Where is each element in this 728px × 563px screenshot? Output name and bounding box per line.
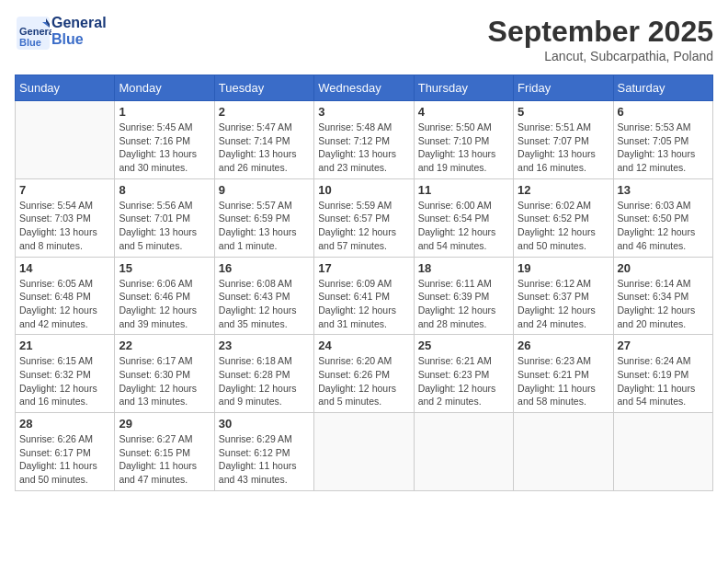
weekday-header-sunday: Sunday (16, 75, 115, 101)
day-detail: Sunrise: 6:15 AMSunset: 6:32 PMDaylight:… (19, 354, 110, 408)
day-detail: Sunrise: 5:59 AMSunset: 6:57 PMDaylight:… (318, 199, 409, 253)
day-detail: Sunrise: 6:06 AMSunset: 6:46 PMDaylight:… (119, 277, 210, 331)
day-detail: Sunrise: 6:20 AMSunset: 6:26 PMDaylight:… (318, 354, 409, 408)
day-number: 29 (119, 417, 210, 431)
svg-text:General: General (19, 26, 51, 37)
page-header: General Blue General Blue September 2025… (15, 15, 713, 63)
calendar-cell: 7Sunrise: 5:54 AMSunset: 7:03 PMDaylight… (16, 178, 115, 257)
day-detail: Sunrise: 6:05 AMSunset: 6:48 PMDaylight:… (19, 277, 110, 331)
day-detail: Sunrise: 5:45 AMSunset: 7:16 PMDaylight:… (119, 121, 210, 175)
day-number: 6 (618, 105, 709, 119)
svg-text:Blue: Blue (19, 37, 41, 48)
day-number: 19 (518, 261, 609, 275)
title-block: September 2025 Lancut, Subcarpathia, Pol… (488, 15, 713, 63)
day-detail: Sunrise: 6:12 AMSunset: 6:37 PMDaylight:… (518, 277, 609, 331)
day-detail: Sunrise: 5:57 AMSunset: 6:59 PMDaylight:… (219, 199, 310, 253)
logo-text: General Blue (51, 15, 107, 47)
day-number: 30 (219, 417, 310, 431)
calendar-cell: 28Sunrise: 6:26 AMSunset: 6:17 PMDayligh… (16, 413, 115, 491)
day-detail: Sunrise: 5:53 AMSunset: 7:05 PMDaylight:… (618, 121, 709, 175)
calendar-cell: 24Sunrise: 6:20 AMSunset: 6:26 PMDayligh… (314, 335, 414, 413)
day-detail: Sunrise: 5:56 AMSunset: 7:01 PMDaylight:… (119, 199, 210, 253)
day-number: 8 (119, 183, 210, 197)
calendar-cell: 30Sunrise: 6:29 AMSunset: 6:12 PMDayligh… (214, 413, 313, 491)
logo: General Blue General Blue (15, 15, 107, 48)
day-number: 12 (518, 183, 609, 197)
day-detail: Sunrise: 6:02 AMSunset: 6:52 PMDaylight:… (518, 199, 609, 253)
calendar-cell: 15Sunrise: 6:06 AMSunset: 6:46 PMDayligh… (115, 257, 214, 335)
calendar-cell: 11Sunrise: 6:00 AMSunset: 6:54 PMDayligh… (414, 178, 513, 257)
day-detail: Sunrise: 5:50 AMSunset: 7:10 PMDaylight:… (418, 121, 509, 175)
calendar-cell: 8Sunrise: 5:56 AMSunset: 7:01 PMDaylight… (115, 178, 214, 257)
weekday-header-friday: Friday (514, 75, 613, 101)
calendar-table: SundayMondayTuesdayWednesdayThursdayFrid… (15, 75, 713, 491)
day-number: 13 (618, 183, 709, 197)
calendar-cell: 27Sunrise: 6:24 AMSunset: 6:19 PMDayligh… (613, 335, 712, 413)
day-number: 25 (418, 339, 509, 352)
day-number: 21 (19, 339, 110, 352)
weekday-header-thursday: Thursday (414, 75, 513, 101)
day-number: 2 (219, 105, 310, 119)
day-detail: Sunrise: 6:17 AMSunset: 6:30 PMDaylight:… (119, 354, 210, 408)
day-detail: Sunrise: 6:21 AMSunset: 6:23 PMDaylight:… (418, 354, 509, 408)
weekday-header-wednesday: Wednesday (314, 75, 414, 101)
calendar-cell: 17Sunrise: 6:09 AMSunset: 6:41 PMDayligh… (314, 257, 414, 335)
day-detail: Sunrise: 5:48 AMSunset: 7:12 PMDaylight:… (318, 121, 409, 175)
day-number: 28 (19, 417, 110, 431)
day-number: 3 (318, 105, 409, 119)
day-detail: Sunrise: 6:26 AMSunset: 6:17 PMDaylight:… (19, 432, 110, 487)
day-number: 7 (19, 183, 110, 197)
day-detail: Sunrise: 6:03 AMSunset: 6:50 PMDaylight:… (618, 199, 709, 253)
day-detail: Sunrise: 6:23 AMSunset: 6:21 PMDaylight:… (518, 354, 609, 408)
calendar-cell: 5Sunrise: 5:51 AMSunset: 7:07 PMDaylight… (514, 101, 613, 179)
calendar-week-row: 7Sunrise: 5:54 AMSunset: 7:03 PMDaylight… (16, 178, 713, 257)
calendar-cell (16, 101, 115, 179)
calendar-cell: 18Sunrise: 6:11 AMSunset: 6:39 PMDayligh… (414, 257, 513, 335)
calendar-cell: 12Sunrise: 6:02 AMSunset: 6:52 PMDayligh… (514, 178, 613, 257)
day-number: 1 (119, 105, 210, 119)
calendar-cell: 26Sunrise: 6:23 AMSunset: 6:21 PMDayligh… (514, 335, 613, 413)
day-number: 17 (318, 261, 409, 275)
calendar-cell: 2Sunrise: 5:47 AMSunset: 7:14 PMDaylight… (214, 101, 313, 179)
calendar-cell: 4Sunrise: 5:50 AMSunset: 7:10 PMDaylight… (414, 101, 513, 179)
day-detail: Sunrise: 6:00 AMSunset: 6:54 PMDaylight:… (418, 199, 509, 253)
day-number: 18 (418, 261, 509, 275)
day-number: 9 (219, 183, 310, 197)
day-number: 20 (618, 261, 709, 275)
calendar-cell: 10Sunrise: 5:59 AMSunset: 6:57 PMDayligh… (314, 178, 414, 257)
calendar-cell: 3Sunrise: 5:48 AMSunset: 7:12 PMDaylight… (314, 101, 414, 179)
calendar-week-row: 14Sunrise: 6:05 AMSunset: 6:48 PMDayligh… (16, 257, 713, 335)
month-title: September 2025 (488, 15, 713, 49)
day-number: 10 (318, 183, 409, 197)
calendar-cell: 14Sunrise: 6:05 AMSunset: 6:48 PMDayligh… (16, 257, 115, 335)
day-number: 16 (219, 261, 310, 275)
calendar-cell (514, 413, 613, 491)
day-number: 22 (119, 339, 210, 352)
day-number: 4 (418, 105, 509, 119)
day-number: 23 (219, 339, 310, 352)
calendar-cell (414, 413, 513, 491)
day-detail: Sunrise: 6:14 AMSunset: 6:34 PMDaylight:… (618, 277, 709, 331)
day-detail: Sunrise: 5:47 AMSunset: 7:14 PMDaylight:… (219, 121, 310, 175)
day-number: 14 (19, 261, 110, 275)
day-detail: Sunrise: 6:11 AMSunset: 6:39 PMDaylight:… (418, 277, 509, 331)
calendar-cell: 29Sunrise: 6:27 AMSunset: 6:15 PMDayligh… (115, 413, 214, 491)
weekday-header-row: SundayMondayTuesdayWednesdayThursdayFrid… (16, 75, 713, 101)
day-detail: Sunrise: 5:54 AMSunset: 7:03 PMDaylight:… (19, 199, 110, 253)
day-number: 26 (518, 339, 609, 352)
day-detail: Sunrise: 6:18 AMSunset: 6:28 PMDaylight:… (219, 354, 310, 408)
logo-icon: General Blue (15, 15, 48, 48)
calendar-cell: 20Sunrise: 6:14 AMSunset: 6:34 PMDayligh… (613, 257, 712, 335)
location-text: Lancut, Subcarpathia, Poland (488, 49, 713, 63)
calendar-cell (314, 413, 414, 491)
day-detail: Sunrise: 6:08 AMSunset: 6:43 PMDaylight:… (219, 277, 310, 331)
calendar-week-row: 28Sunrise: 6:26 AMSunset: 6:17 PMDayligh… (16, 413, 713, 491)
day-number: 11 (418, 183, 509, 197)
calendar-cell: 1Sunrise: 5:45 AMSunset: 7:16 PMDaylight… (115, 101, 214, 179)
day-number: 24 (318, 339, 409, 352)
day-detail: Sunrise: 6:27 AMSunset: 6:15 PMDaylight:… (119, 432, 210, 487)
day-detail: Sunrise: 6:29 AMSunset: 6:12 PMDaylight:… (219, 432, 310, 487)
calendar-cell: 19Sunrise: 6:12 AMSunset: 6:37 PMDayligh… (514, 257, 613, 335)
day-detail: Sunrise: 6:24 AMSunset: 6:19 PMDaylight:… (618, 354, 709, 408)
calendar-cell: 9Sunrise: 5:57 AMSunset: 6:59 PMDaylight… (214, 178, 313, 257)
